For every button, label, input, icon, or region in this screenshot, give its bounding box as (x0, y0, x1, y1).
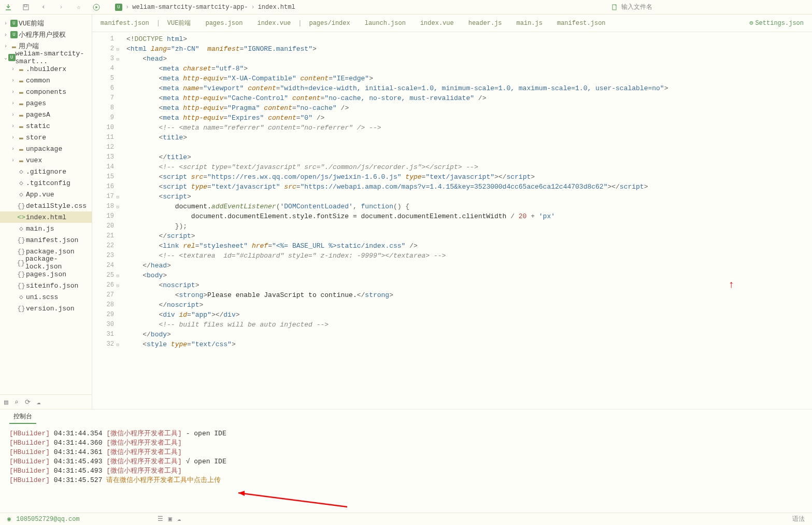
tab-separator: | (156, 20, 160, 27)
svg-line-4 (238, 493, 347, 507)
tree-item-pagesA[interactable]: ›▬pagesA (0, 109, 92, 120)
indent-icon[interactable]: ☰ (158, 515, 163, 523)
breadcrumb: U › weliam-smartcity-smartcity-app- › in… (115, 4, 295, 11)
filename-search[interactable]: 输入文件名 (611, 3, 652, 11)
tree-item--gitignore[interactable]: ◇.gitignore (0, 166, 92, 177)
tab-separator: | (298, 20, 302, 27)
tab-VUE-[interactable]: VUE前端 (167, 19, 191, 27)
tree-item-siteinfo-json[interactable]: {}siteinfo.json (0, 280, 92, 291)
code-editor[interactable]: 12⊟3⊟4567891011121314151617⊟18⊟192021222… (92, 32, 812, 409)
annotation-arrow-up: ↑ (728, 279, 734, 291)
status-bar: ◉ 1085052729@qq.com ☰ ▣ ☁ 语法 (0, 513, 812, 525)
user-email[interactable]: 1085052729@qq.com (16, 516, 79, 523)
svg-rect-1 (24, 5, 27, 7)
tree-item-uni-scss[interactable]: ◇uni.scss (0, 291, 92, 303)
editor-pane: manifest.json|VUE前端pages.jsonindex.vue|p… (92, 15, 812, 409)
console-tab[interactable]: 控制台 (9, 410, 36, 424)
star-icon[interactable]: ☆ (75, 3, 83, 11)
tree-item-package-lock-json[interactable]: {}package-lock.json (0, 257, 92, 268)
breadcrumb-item[interactable]: weliam-smartcity-smartcity-app- (132, 4, 248, 11)
tree-item--tgitconfig[interactable]: ◇.tgitconfig (0, 177, 92, 189)
syntax-label[interactable]: 语法 (792, 515, 805, 523)
tree-item-unpackage[interactable]: ›▬unpackage (0, 143, 92, 154)
tab-manifest-json[interactable]: manifest.json (101, 20, 149, 27)
tree-item-pages[interactable]: ›▬pages (0, 97, 92, 109)
cloud2-icon[interactable]: ☁ (177, 515, 181, 523)
tree-item-common[interactable]: ›▬common (0, 75, 92, 86)
console-output[interactable]: [HBuilder] 04:31:44.354 [微信小程序开发者工具] - o… (0, 424, 812, 513)
tree-item-manifest-json[interactable]: {}manifest.json (0, 234, 92, 246)
console-line: [HBuilder] 04:31:45.493 [微信小程序开发者工具] (9, 466, 803, 476)
tree-item-static[interactable]: ›▬static (0, 120, 92, 132)
tab-header-js[interactable]: header.js (468, 20, 502, 27)
tree-item-components[interactable]: ›▬components (0, 86, 92, 97)
console-line: [HBuilder] 04:31:44.361 [微信小程序开发者工具] (9, 448, 803, 457)
back-icon[interactable]: ‹ (39, 3, 48, 11)
tree-item-vuex[interactable]: ›▬vuex (0, 154, 92, 166)
forward-icon[interactable]: › (57, 3, 65, 11)
new-file-icon (611, 4, 618, 11)
top-toolbar: ‹ › ☆ U › weliam-smartcity-smartcity-app… (0, 0, 812, 15)
gear-icon: ⚙ (749, 19, 753, 27)
console-line: [HBuilder] 04:31:45.527 请在微信小程序开发者工具中点击上… (9, 476, 803, 485)
tab-main-js[interactable]: main.js (517, 20, 543, 27)
console-line: [HBuilder] 04:31:44.354 [微信小程序开发者工具] - o… (9, 429, 803, 438)
tree-item-detailStyle-css[interactable]: {}detailStyle.css (0, 200, 92, 211)
sidebar-bottom-toolbar: ▤ ⌕ ⟳ ☁ (0, 394, 92, 409)
user-status-icon: ◉ (7, 515, 11, 523)
line-gutter: 12⊟3⊟4567891011121314151617⊟18⊟192021222… (92, 32, 120, 409)
sync-icon[interactable]: ⟳ (25, 398, 31, 406)
tree-item--[interactable]: ›U小程序用户授权 (0, 29, 92, 40)
settings-tab[interactable]: ⚙ Settings.json (749, 19, 804, 27)
tree-item-App-vue[interactable]: ◇App.vue (0, 189, 92, 200)
list-icon[interactable]: ▤ (4, 398, 8, 406)
tab-pages-json[interactable]: pages.json (205, 20, 243, 27)
tree-item-weliam-smartcity-smart-[interactable]: ⌄Uweliam-smartcity-smart... (0, 52, 92, 63)
console-line: [HBuilder] 04:31:45.493 [微信小程序开发者工具] √ o… (9, 457, 803, 466)
tree-item-version-json[interactable]: {}version.json (0, 303, 92, 314)
console-line: [HBuilder] 04:31:44.360 [微信小程序开发者工具] (9, 438, 803, 448)
tab-index-vue[interactable]: index.vue (420, 20, 454, 27)
tab-index-vue[interactable]: index.vue (257, 20, 291, 27)
tree-item-VUE-[interactable]: ›UVUE前端 (0, 18, 92, 29)
tab-manifest-json[interactable]: manifest.json (557, 20, 606, 27)
file-explorer: ›UVUE前端›U小程序用户授权›▬用户端⌄Uweliam-smartcity-… (0, 15, 92, 409)
save-icon[interactable] (22, 3, 30, 11)
tree-item-index-html[interactable]: <>index.html (0, 211, 92, 223)
cloud-icon[interactable]: ☁ (37, 398, 41, 406)
run-icon[interactable] (92, 3, 101, 11)
editor-tabs: manifest.json|VUE前端pages.jsonindex.vue|p… (92, 15, 812, 32)
tab-launch-json[interactable]: launch.json (365, 20, 406, 27)
annotation-arrow-left (233, 489, 352, 509)
terminal-icon[interactable]: ▣ (168, 515, 172, 523)
tab-pages-index[interactable]: pages/index (309, 20, 350, 27)
search-icon[interactable]: ⌕ (15, 398, 19, 406)
breadcrumb-item[interactable]: index.html (258, 4, 295, 11)
tree-item-main-js[interactable]: ◇main.js (0, 223, 92, 234)
import-icon[interactable] (4, 3, 12, 11)
code-content[interactable]: <!DOCTYPE html><html lang="zh-CN" manife… (120, 32, 812, 409)
tree-item-store[interactable]: ›▬store (0, 132, 92, 143)
console-panel: 控制台 [HBuilder] 04:31:44.354 [微信小程序开发者工具]… (0, 409, 812, 513)
project-badge-icon: U (115, 4, 122, 11)
